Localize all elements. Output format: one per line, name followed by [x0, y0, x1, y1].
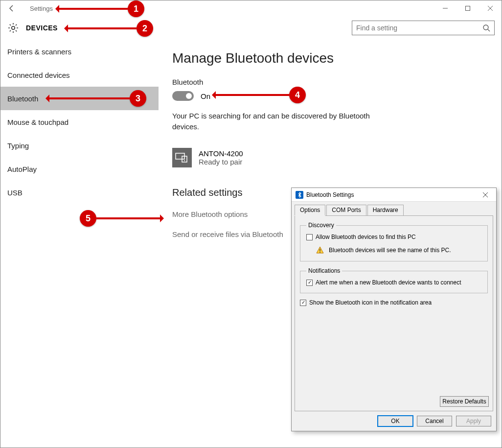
checkbox-label: Show the Bluetooth icon in the notificat…: [309, 299, 432, 306]
dialog-titlebar[interactable]: Bluetooth Settings: [292, 188, 496, 202]
sidebar-item-autoplay[interactable]: AutoPlay: [0, 157, 159, 181]
device-status: Ready to pair: [199, 158, 243, 166]
tab-label: COM Ports: [332, 207, 361, 213]
close-icon: [483, 192, 488, 197]
warning-text: Bluetooth devices will see the name of t…: [329, 247, 451, 254]
tab-label: Hardware: [373, 207, 398, 213]
sidebar-item-label: USB: [7, 189, 23, 197]
arrow-left-icon: [8, 4, 16, 12]
apply-button[interactable]: Apply: [456, 416, 491, 426]
sidebar-item-typing[interactable]: Typing: [0, 134, 159, 157]
sidebar-item-label: Bluetooth: [7, 94, 38, 103]
dialog-title: Bluetooth Settings: [306, 191, 354, 198]
sidebar-item-mouse-touchpad[interactable]: Mouse & touchpad: [0, 110, 159, 134]
gear-icon: [7, 22, 19, 34]
sidebar-item-printers[interactable]: Printers & scanners: [0, 40, 159, 63]
minimize-button[interactable]: [434, 0, 456, 16]
sidebar-item-label: Connected devices: [7, 71, 70, 79]
checkbox-show-icon[interactable]: ✓ Show the Bluetooth icon in the notific…: [300, 299, 488, 306]
bluetooth-toggle[interactable]: [172, 91, 194, 101]
button-label: Restore Defaults: [442, 398, 486, 405]
close-icon: [488, 6, 493, 11]
warning-icon: [316, 246, 324, 254]
toggle-state-label: On: [201, 92, 210, 100]
window-controls: [434, 0, 502, 16]
maximize-button[interactable]: [456, 0, 479, 16]
sidebar-item-connected-devices[interactable]: Connected devices: [0, 63, 159, 87]
tab-label: Options: [300, 207, 320, 213]
maximize-icon: [465, 6, 470, 11]
sidebar-item-label: Printers & scanners: [7, 47, 71, 56]
search-icon: [482, 24, 490, 32]
search-box[interactable]: [352, 21, 495, 35]
svg-point-9: [184, 160, 185, 161]
bluetooth-settings-dialog: Bluetooth Settings Options COM Ports Har…: [291, 188, 497, 431]
toggle-caption: Bluetooth: [172, 78, 488, 86]
search-input[interactable]: [356, 24, 482, 32]
ok-button[interactable]: OK: [378, 416, 413, 426]
status-text: Your PC is searching for and can be disc…: [172, 111, 378, 132]
checkbox-icon: ✓: [300, 300, 306, 306]
notifications-legend: Notifications: [306, 267, 342, 274]
svg-point-4: [12, 26, 15, 29]
button-label: OK: [391, 418, 399, 424]
svg-rect-1: [466, 6, 470, 11]
device-row[interactable]: ANTON-4200 Ready to pair: [172, 148, 488, 167]
header: DEVICES: [0, 16, 502, 40]
window-title: Settings: [23, 5, 53, 12]
button-label: Cancel: [425, 418, 443, 424]
sidebar-item-usb[interactable]: USB: [0, 181, 159, 204]
back-button[interactable]: [0, 0, 23, 16]
checkbox-label: Alert me when a new Bluetooth device wan…: [316, 279, 461, 286]
tab-content: Discovery Allow Bluetooth devices to fin…: [295, 215, 493, 411]
checkbox-label: Allow Bluetooth devices to find this PC: [316, 234, 416, 240]
notifications-group: Notifications ✓ Alert me when a new Blue…: [300, 267, 488, 293]
tab-com-ports[interactable]: COM Ports: [326, 205, 366, 215]
svg-line-6: [488, 29, 490, 31]
discovery-group: Discovery Allow Bluetooth devices to fin…: [300, 222, 488, 261]
sidebar-item-label: AutoPlay: [7, 165, 37, 173]
tab-hardware[interactable]: Hardware: [367, 205, 404, 215]
minimize-icon: [443, 6, 448, 11]
sidebar-item-label: Typing: [7, 141, 29, 150]
bluetooth-icon: [296, 191, 303, 199]
close-button[interactable]: [479, 0, 502, 16]
page-heading: Manage Bluetooth devices: [172, 50, 488, 66]
checkbox-icon: [306, 234, 313, 240]
section-title: DEVICES: [26, 24, 58, 32]
sidebar-item-bluetooth[interactable]: Bluetooth: [0, 87, 159, 110]
sidebar: Printers & scanners Connected devices Bl…: [0, 40, 159, 448]
device-icon: [172, 148, 192, 167]
checkbox-alert-new-device[interactable]: ✓ Alert me when a new Bluetooth device w…: [306, 279, 481, 286]
discovery-legend: Discovery: [306, 222, 336, 229]
dialog-tabs: Options COM Ports Hardware: [295, 205, 493, 215]
cancel-button[interactable]: Cancel: [417, 416, 452, 426]
restore-defaults-button[interactable]: Restore Defaults: [440, 396, 489, 407]
checkbox-icon: ✓: [306, 280, 313, 286]
dialog-close-button[interactable]: [479, 190, 492, 200]
checkbox-allow-discovery[interactable]: Allow Bluetooth devices to find this PC: [306, 234, 481, 240]
titlebar: Settings: [0, 0, 502, 16]
device-name: ANTON-4200: [199, 149, 243, 158]
svg-point-13: [319, 252, 320, 253]
sidebar-item-label: Mouse & touchpad: [7, 118, 68, 126]
svg-point-5: [483, 25, 488, 30]
button-label: Apply: [466, 418, 481, 424]
dialog-footer: OK Cancel Apply: [292, 411, 496, 431]
tab-options[interactable]: Options: [295, 205, 325, 216]
